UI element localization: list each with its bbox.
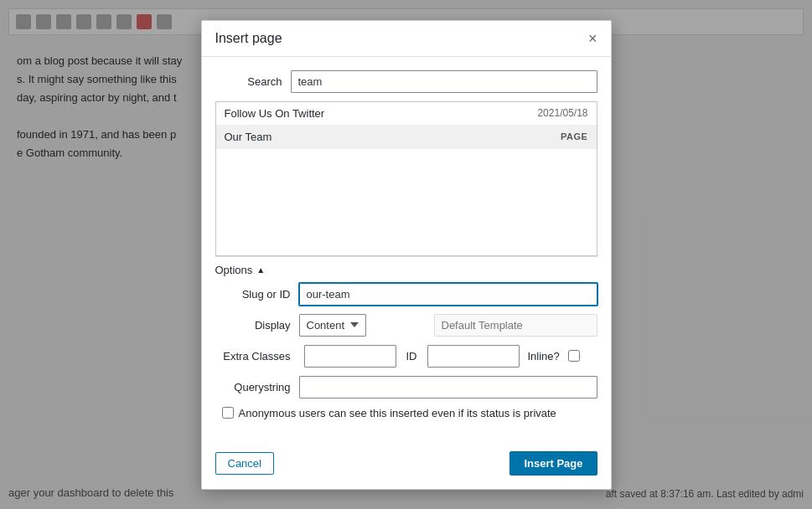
extra-classes-row: Extra Classes ID Inline? <box>215 345 597 368</box>
dialog-body: Search Follow Us On Twitter 2021/05/18 O… <box>202 57 611 445</box>
dialog-footer: Cancel Insert Page <box>202 445 611 489</box>
querystring-row: Querystring <box>215 376 597 398</box>
result-item-badge: PAGE <box>561 131 588 141</box>
display-template-input[interactable] <box>434 314 597 337</box>
display-select[interactable]: Content Title Excerpt <box>299 314 366 337</box>
options-arrow-icon: ▲ <box>256 265 265 275</box>
id-label: ID <box>401 350 422 362</box>
display-select-wrap: Content Title Excerpt <box>299 314 429 337</box>
options-label: Options <box>215 264 253 276</box>
anonymous-row: Anonymous users can see this inserted ev… <box>215 407 597 419</box>
modal-overlay: Insert page × Search Follow Us On Twitte… <box>0 0 812 509</box>
slug-row: Slug or ID <box>215 283 597 306</box>
search-input[interactable] <box>291 70 597 93</box>
slug-input[interactable] <box>299 283 597 306</box>
display-row: Display Content Title Excerpt <box>215 314 597 337</box>
result-item[interactable]: Our Team PAGE <box>216 126 597 149</box>
dialog-header: Insert page × <box>202 21 611 57</box>
insert-page-dialog: Insert page × Search Follow Us On Twitte… <box>201 20 612 490</box>
search-label: Search <box>215 75 291 88</box>
anonymous-checkbox[interactable] <box>222 407 234 419</box>
inline-label: Inline? <box>525 350 563 362</box>
search-row: Search <box>215 70 597 93</box>
id-input[interactable] <box>427 345 520 368</box>
result-item-title: Follow Us On Twitter <box>225 107 325 120</box>
anonymous-label: Anonymous users can see this inserted ev… <box>239 407 556 419</box>
options-toggle[interactable]: Options ▲ <box>215 256 597 283</box>
inline-checkbox[interactable] <box>568 350 580 362</box>
cancel-button[interactable]: Cancel <box>215 452 274 475</box>
result-item[interactable]: Follow Us On Twitter 2021/05/18 <box>216 102 597 126</box>
results-list[interactable]: Follow Us On Twitter 2021/05/18 Our Team… <box>215 101 597 256</box>
insert-page-button[interactable]: Insert Page <box>509 451 597 476</box>
querystring-label: Querystring <box>215 381 299 393</box>
querystring-input[interactable] <box>299 376 597 398</box>
slug-label: Slug or ID <box>215 288 299 301</box>
extra-classes-label: Extra Classes <box>215 350 299 362</box>
result-item-title: Our Team <box>225 131 272 143</box>
display-label: Display <box>215 319 299 332</box>
extra-classes-input[interactable] <box>304 345 396 368</box>
dialog-title: Insert page <box>215 31 282 46</box>
result-item-date: 2021/05/18 <box>537 107 587 119</box>
close-button[interactable]: × <box>588 31 597 46</box>
